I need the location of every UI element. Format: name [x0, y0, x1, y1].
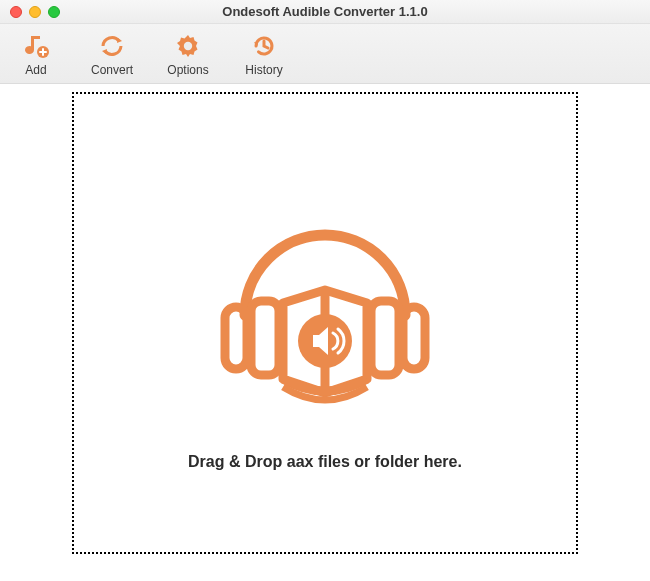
convert-button-label: Convert [91, 63, 133, 77]
add-button[interactable]: Add [12, 31, 60, 77]
window-zoom-button[interactable] [48, 6, 60, 18]
add-button-label: Add [25, 63, 46, 77]
history-button-label: History [245, 63, 282, 77]
gear-icon [174, 31, 202, 61]
traffic-lights [10, 6, 60, 18]
svg-rect-6 [403, 307, 425, 369]
svg-rect-7 [371, 301, 399, 375]
convert-button[interactable]: Convert [88, 31, 136, 77]
content-area: Drag & Drop aax files or folder here. [0, 84, 650, 581]
window-title: Ondesoft Audible Converter 1.1.0 [0, 4, 650, 19]
arrows-circle-icon [98, 31, 126, 61]
audiobook-headphones-icon [205, 195, 445, 425]
music-note-add-icon [22, 31, 50, 61]
window-minimize-button[interactable] [29, 6, 41, 18]
drop-zone-text: Drag & Drop aax files or folder here. [188, 453, 462, 471]
history-icon [250, 31, 278, 61]
svg-point-3 [184, 41, 192, 49]
titlebar: Ondesoft Audible Converter 1.1.0 [0, 0, 650, 24]
options-button-label: Options [167, 63, 208, 77]
options-button[interactable]: Options [164, 31, 212, 77]
drop-zone[interactable]: Drag & Drop aax files or folder here. [72, 92, 578, 554]
toolbar: Add Convert [0, 24, 650, 84]
window-close-button[interactable] [10, 6, 22, 18]
history-button[interactable]: History [240, 31, 288, 77]
svg-rect-4 [225, 307, 247, 369]
svg-rect-5 [251, 301, 279, 375]
